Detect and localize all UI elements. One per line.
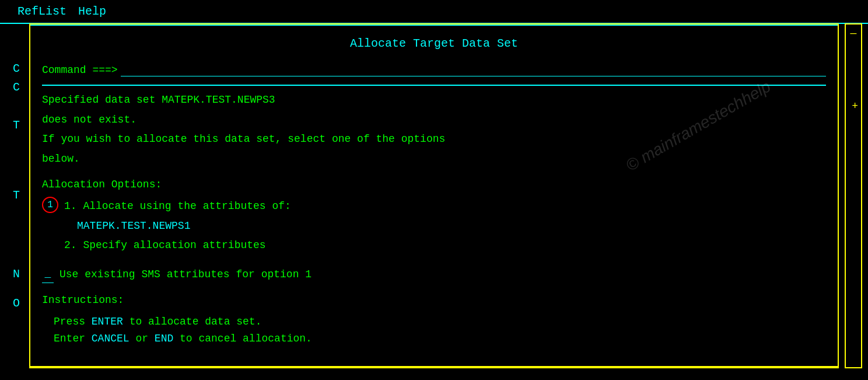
left-label-o: O bbox=[13, 298, 20, 333]
left-label-c2: C bbox=[13, 82, 20, 120]
bottom-inner-border bbox=[30, 366, 838, 367]
content-area: Allocate Target Data Set Command ===> Sp… bbox=[30, 26, 838, 353]
left-label-t2: T bbox=[13, 190, 20, 242]
left-label-n: N bbox=[13, 269, 20, 298]
divider1 bbox=[42, 85, 826, 86]
command-input[interactable] bbox=[121, 64, 826, 76]
scrollbar[interactable]: — + bbox=[845, 23, 862, 368]
left-label-blank2 bbox=[13, 242, 20, 269]
command-line: Command ===> bbox=[42, 62, 826, 79]
menu-help[interactable]: Help bbox=[78, 5, 106, 18]
info-message4: below. bbox=[42, 151, 826, 168]
left-label-c1: C bbox=[13, 55, 20, 82]
option1-line: 1 1. Allocate using the attributes of: bbox=[42, 198, 826, 215]
main-area: Allocate Target Data Set Command ===> Sp… bbox=[29, 23, 839, 368]
cancel-keyword: CANCEL bbox=[92, 333, 130, 344]
sms-line: _ Use existing SMS attributes for option… bbox=[42, 266, 826, 283]
command-label: Command ===> bbox=[42, 62, 118, 79]
sms-input-field[interactable]: _ bbox=[42, 266, 54, 283]
option1-text: 1. Allocate using the attributes of: bbox=[64, 198, 291, 215]
enter-keyword: ENTER bbox=[92, 316, 123, 327]
sms-text: Use existing SMS attributes for option 1 bbox=[60, 266, 312, 283]
option2-line: 2. Specify allocation attributes bbox=[64, 237, 826, 254]
menu-reflist[interactable]: RefList bbox=[18, 5, 66, 18]
info-message2: does not exist. bbox=[42, 111, 826, 128]
instruction1: Press ENTER to allocate data set. bbox=[54, 313, 826, 330]
left-label-blank1 bbox=[13, 158, 20, 190]
scroll-plus-icon[interactable]: + bbox=[852, 100, 858, 112]
end-keyword: END bbox=[155, 333, 173, 344]
info-message3: If you wish to allocate this data set, s… bbox=[42, 131, 826, 148]
instructions-header: Instructions: bbox=[42, 292, 826, 309]
screen: RefList Help C C T T N O Allocate Target… bbox=[0, 0, 868, 380]
scroll-minus-icon[interactable]: — bbox=[850, 27, 857, 39]
left-label-t1: T bbox=[13, 120, 20, 158]
allocation-options-header: Allocation Options: bbox=[42, 176, 826, 193]
page-title: Allocate Target Data Set bbox=[42, 32, 826, 53]
option1-circle[interactable]: 1 bbox=[42, 197, 58, 213]
menu-bar: RefList Help bbox=[0, 0, 868, 24]
info-message1: Specified data set MATEPK.TEST.NEWPS3 bbox=[42, 92, 826, 109]
instruction2: Enter CANCEL or END to cancel allocation… bbox=[54, 330, 826, 347]
option1-dataset: MATEPK.TEST.NEWPS1 bbox=[77, 218, 826, 235]
